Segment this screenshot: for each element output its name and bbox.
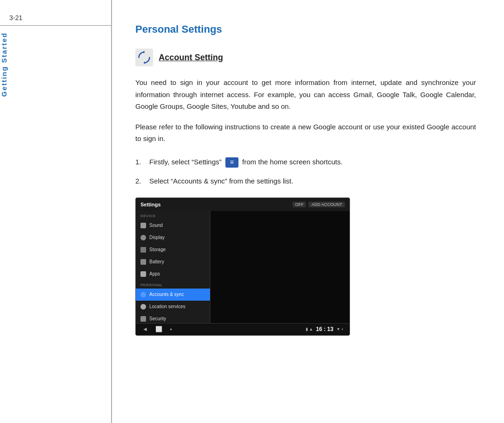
- numbered-list: 1. Firstly, select “Settings” from the h…: [135, 156, 476, 187]
- battery-icon: [140, 259, 146, 265]
- menu-label-apps: Apps: [149, 271, 160, 276]
- security-icon: [140, 316, 146, 322]
- step-1-number: 1.: [135, 156, 145, 168]
- battery-status-icon: ▮ ▲: [306, 327, 313, 331]
- account-setting-heading: Account Setting: [135, 49, 476, 66]
- page-number: 3-21: [0, 14, 22, 21]
- menu-label-sound: Sound: [149, 223, 163, 228]
- accounts-sync-icon: [140, 292, 146, 297]
- sound-icon: [140, 223, 146, 228]
- screen-statusbar-right: ▮ ▲ 16 : 13 ▼ ▪: [306, 326, 343, 332]
- menu-item-sound[interactable]: Sound: [136, 219, 210, 232]
- screen-topbar: Settings OFF ADD ACCOUNT: [136, 198, 350, 211]
- account-setting-title: Account Setting: [159, 53, 223, 63]
- list-item-2: 2. Select “Accounts & sync” from the set…: [135, 175, 476, 187]
- step-1-text: Firstly, select “Settings” from the home…: [149, 156, 343, 168]
- page-layout: 3-21 Getting Started Personal Settings A…: [0, 0, 504, 423]
- menu-item-display[interactable]: Display: [136, 232, 210, 244]
- screen-time: 16 : 13: [316, 326, 333, 332]
- menu-item-accounts-sync[interactable]: Accounts & sync: [136, 289, 210, 301]
- menu-item-location[interactable]: Location services: [136, 301, 210, 313]
- menu-label-security: Security: [149, 316, 166, 321]
- menu-label-battery: Battery: [149, 259, 164, 264]
- home-icon[interactable]: ⬜: [155, 326, 162, 332]
- sync-icon: [135, 49, 153, 66]
- bottom-nav-icons: ◄ ⬜ ▪: [142, 326, 172, 332]
- signal-icon: ▼ ▪: [336, 327, 343, 331]
- menu-label-accounts-sync: Accounts & sync: [149, 292, 184, 297]
- screen-title: Settings: [140, 202, 161, 207]
- menu-item-storage[interactable]: Storage: [136, 244, 210, 256]
- off-button[interactable]: OFF: [293, 202, 306, 207]
- personal-label: PERSONAL: [136, 280, 210, 289]
- list-item-1: 1. Firstly, select “Settings” from the h…: [135, 156, 476, 168]
- sidebar: 3-21 Getting Started: [0, 0, 112, 423]
- back-icon[interactable]: ◄: [142, 326, 148, 332]
- menu-item-apps[interactable]: Apps: [136, 268, 210, 280]
- menu-label-display: Display: [149, 235, 165, 240]
- menu-item-security[interactable]: Security: [136, 313, 210, 323]
- add-account-button[interactable]: ADD ACCOUNT: [308, 202, 345, 207]
- android-screenshot: Settings OFF ADD ACCOUNT DEVICE Sound: [135, 197, 350, 336]
- device-label: DEVICE: [136, 211, 210, 219]
- screen-body: DEVICE Sound Display Storage: [136, 211, 350, 323]
- location-icon: [140, 304, 146, 310]
- body-text-2: Please refer to the following instructio…: [135, 121, 476, 145]
- display-icon: [140, 235, 146, 240]
- step-2-text: Select “Accounts & sync” from the settin…: [149, 175, 293, 187]
- sidebar-section-label: Getting Started: [0, 32, 16, 97]
- screen-main-area: [210, 211, 350, 323]
- settings-inline-icon: [225, 157, 238, 168]
- menu-label-location: Location services: [149, 304, 185, 309]
- screen-bottombar: ◄ ⬜ ▪ ▮ ▲ 16 : 13 ▼ ▪: [136, 323, 350, 335]
- main-content: Personal Settings Account Setting You ne…: [112, 0, 504, 423]
- apps-icon: [140, 271, 146, 277]
- menu-item-battery[interactable]: Battery: [136, 256, 210, 268]
- screen-sidebar: DEVICE Sound Display Storage: [136, 211, 210, 323]
- menu-label-storage: Storage: [149, 247, 166, 252]
- section-title: Personal Settings: [135, 23, 476, 35]
- sidebar-divider: [0, 25, 111, 26]
- body-text-1: You need to sign in your account to get …: [135, 77, 476, 113]
- screen-topbar-right: OFF ADD ACCOUNT: [293, 202, 345, 207]
- step-2-number: 2.: [135, 175, 145, 187]
- storage-icon: [140, 247, 146, 253]
- recents-icon[interactable]: ▪: [170, 326, 172, 332]
